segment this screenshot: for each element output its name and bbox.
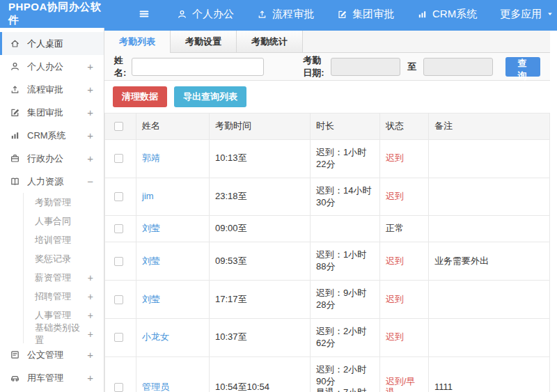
main-inner: 考勤列表考勤设置考勤统计 姓名: 考勤日期: 至 查 询 清理数据 导出查询列表 [104,31,550,392]
sidebar-item-personal-desktop[interactable]: 个人桌面 [0,32,104,55]
topnav-item-personal-office[interactable]: 个人办公 [177,8,234,21]
expand-plus-icon[interactable]: + [87,130,93,141]
expand-plus-icon[interactable]: + [87,350,93,360]
status-badge: 迟到 [386,331,404,342]
attendance-time-cell: 17:17至 [210,281,311,319]
export-list-button[interactable]: 导出查询列表 [174,86,246,107]
table-row: 小龙女10:37至迟到：2小时62分迟到 [105,318,550,356]
expand-plus-icon[interactable]: + [87,84,93,95]
attendance-time-cell: 09:00至 [210,216,311,242]
duration-cell: 迟到：14小时30分 [311,178,380,216]
sidebar-item-attendance-management[interactable]: 考勤管理 [0,193,104,212]
sidebar-item-admin-office[interactable]: 行政办公+ [0,147,104,170]
collapse-minus-icon[interactable]: − [87,176,93,187]
attendance-time-cell: 09:53至 [210,242,311,281]
sidebar-item-base-category-settings[interactable]: 基础类别设置+ [0,324,104,343]
status-cell: 迟到 [380,178,429,216]
name-label: 姓名: [114,54,126,79]
table-row: jim23:18至迟到：14小时30分迟到 [105,178,550,216]
employee-name-link[interactable]: 小龙女 [142,331,169,342]
tab-attendance-settings[interactable]: 考勤设置 [171,31,237,52]
table-header-row: 姓名考勤时间时长状态备注 [105,113,550,140]
attendance-time-cell: 10:54至10:54 [210,356,311,392]
expand-plus-icon[interactable]: + [88,292,93,301]
expand-plus-icon[interactable]: + [88,311,93,320]
row-checkbox[interactable] [114,333,123,342]
select-all-checkbox[interactable] [114,122,123,131]
expand-plus-icon[interactable]: + [88,273,93,283]
expand-plus-icon[interactable]: + [88,329,93,339]
note-cell [429,139,550,178]
topnav-item-more-apps[interactable]: 更多应用 [500,8,554,21]
chart-icon [417,9,427,19]
status-badge: 迟到 [386,191,404,201]
topbar: PHPOA协同办公软件 个人办公流程审批集团审批CRM系统更多应用 [0,0,557,28]
menu-toggle-icon[interactable] [138,8,150,19]
row-checkbox[interactable] [114,257,123,266]
topnav-item-group-approval[interactable]: 集团审批 [337,8,394,21]
sidebar-item-recruitment-management[interactable]: 招聘管理+ [0,287,104,306]
table-row: 管理员10:54至10:54迟到：2小时90分早退：7小时10分迟到/早退111… [105,356,550,392]
sidebar-item-workflow-approval[interactable]: 流程审批+ [0,78,104,101]
sidebar-item-personal-office[interactable]: 个人办公+ [0,55,104,78]
topnav-item-crm-system[interactable]: CRM系统 [417,8,477,21]
expand-plus-icon[interactable]: + [87,107,93,118]
expand-plus-icon[interactable]: + [87,373,93,383]
row-checkbox[interactable] [114,154,123,163]
name-input[interactable] [132,58,264,76]
sidebar-item-training-management[interactable]: 培训管理 [0,230,104,249]
tab-attendance-list[interactable]: 考勤列表 [104,31,171,52]
sidebar-item-hr-contract[interactable]: 人事合同 [0,212,104,230]
row-select-cell [105,356,136,392]
caret-down-icon [547,10,554,17]
duration-cell: 迟到：2小时62分 [311,318,380,356]
date-from-input[interactable] [331,58,400,76]
sidebar-item-document-management[interactable]: 公文管理+ [0,343,104,366]
row-checkbox[interactable] [114,224,123,233]
user-icon [10,61,20,72]
tab-attendance-stats[interactable]: 考勤统计 [237,31,303,52]
sidebar-item-label: 流程审批 [27,84,63,96]
duration-cell: 迟到：2小时90分早退：7小时10分 [311,356,380,392]
duration-cell [311,216,380,242]
expand-plus-icon[interactable]: + [87,61,93,72]
employee-name-link[interactable]: 刘莹 [142,256,160,266]
sidebar-item-label: 人事管理 [35,309,71,322]
status-cell: 迟到/早退 [380,356,429,392]
row-select-cell [105,216,136,242]
note-cell [429,216,550,242]
employee-name-link[interactable]: 管理员 [142,382,169,392]
topnav-label: 流程审批 [272,8,314,21]
row-checkbox[interactable] [114,383,123,392]
attendance-time-cell: 10:13至 [210,139,311,178]
expand-plus-icon[interactable]: + [87,153,93,164]
tab-bar: 考勤列表考勤设置考勤统计 [104,31,550,53]
employee-name-link[interactable]: jim [142,191,154,201]
flow-icon [10,84,20,95]
attendance-time-cell: 10:37至 [210,318,311,356]
search-button[interactable]: 查 询 [505,57,540,77]
topnav-item-workflow-approval[interactable]: 流程审批 [257,8,314,21]
employee-name-link[interactable]: 郭靖 [142,152,160,163]
sidebar-item-label: 行政办公 [27,152,63,165]
employee-name-link[interactable]: 刘莹 [142,294,160,304]
duration-cell: 迟到：1小时22分 [311,139,380,178]
sidebar-item-human-resources[interactable]: 人力资源− [0,170,104,193]
sidebar-item-reward-punishment[interactable]: 奖惩记录 [0,249,104,268]
column-header-4: 备注 [429,113,550,140]
clean-data-button[interactable]: 清理数据 [113,86,167,107]
sidebar-item-label: 招聘管理 [35,290,71,303]
status-cell: 正常 [380,216,429,242]
name-cell: 管理员 [136,356,210,392]
row-select-cell [105,178,136,216]
sidebar-item-vehicle-management[interactable]: 用车管理+ [0,366,104,389]
sidebar-item-group-approval[interactable]: 集团审批+ [0,101,104,124]
employee-name-link[interactable]: 刘莹 [142,223,160,233]
row-checkbox[interactable] [114,295,123,304]
table-row: 郭靖10:13至迟到：1小时22分迟到 [105,139,550,178]
attendance-time-cell: 23:18至 [210,178,311,216]
date-to-input[interactable] [423,58,493,76]
row-checkbox[interactable] [114,192,123,201]
sidebar-item-crm-system[interactable]: CRM系统+ [0,124,104,147]
sidebar-item-salary-management[interactable]: 薪资管理+ [0,268,104,287]
